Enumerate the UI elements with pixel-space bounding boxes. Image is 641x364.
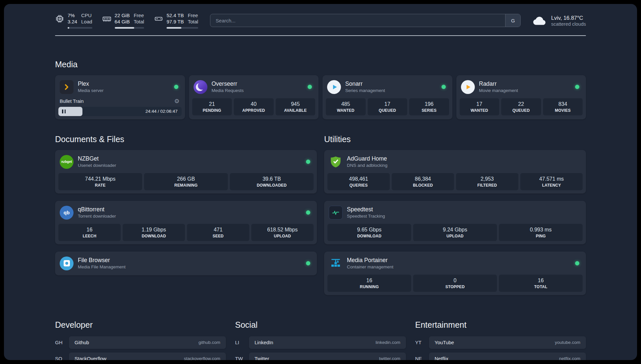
bookmark-link-twitter[interactable]: Twitter twitter.com bbox=[249, 352, 406, 360]
bookmark-url: youtube.com bbox=[555, 340, 580, 345]
bookmark-link-linkedin[interactable]: LinkedIn linkedin.com bbox=[249, 336, 406, 349]
bookmark-group-developer: Developer GH Github github.com SO StackO… bbox=[55, 320, 226, 360]
bookmark-abbr: YT bbox=[415, 340, 429, 345]
memory-free-label: Free bbox=[134, 13, 144, 19]
disk-total-label: Total bbox=[188, 19, 198, 25]
stat-tile: 9.65 Gbps DOWNLOAD bbox=[327, 224, 411, 241]
resource-widgets: 7% 3.24 CPU Load bbox=[55, 13, 198, 29]
service-name: Plex bbox=[78, 80, 104, 88]
stat-label: WANTED bbox=[327, 108, 364, 113]
cpu-label: CPU bbox=[81, 13, 92, 19]
memory-total-value: 64 GiB bbox=[115, 19, 130, 25]
service-card-plex[interactable]: Plex Media server Bullet Train ⚙ 24:44 /… bbox=[55, 75, 185, 119]
stat-tile: 196 SERIES bbox=[409, 98, 449, 115]
bookmark-name: LinkedIn bbox=[255, 340, 273, 345]
service-name: AdGuard Home bbox=[347, 155, 387, 163]
bookmark-link-netflix[interactable]: Netflix netflix.com bbox=[429, 352, 586, 360]
service-card-sonarr[interactable]: Sonarr Series management 485 WANTED 17 Q… bbox=[322, 75, 452, 119]
stat-tile: 22 QUEUED bbox=[501, 98, 541, 115]
gear-icon[interactable]: ⚙ bbox=[174, 98, 179, 104]
disk-progressbar bbox=[167, 27, 198, 29]
bookmark-name: Twitter bbox=[255, 356, 269, 360]
nzbget-icon-text: nzbget bbox=[61, 160, 72, 164]
top-bar: 7% 3.24 CPU Load bbox=[55, 13, 586, 29]
stat-label: QUEUED bbox=[503, 108, 540, 113]
bookmark-url: twitter.com bbox=[379, 356, 400, 360]
stat-value: 471 bbox=[188, 227, 248, 233]
stat-value: 47.571 ms bbox=[522, 176, 581, 182]
stat-label: SERIES bbox=[411, 108, 448, 113]
stat-value: 266 GB bbox=[145, 176, 227, 182]
status-dot bbox=[306, 210, 310, 215]
playback-progressbar[interactable]: 24:44 / 02:06:47 bbox=[58, 107, 182, 116]
bookmark-row: GH Github github.com bbox=[55, 336, 226, 349]
stat-value: 618.52 Mbps bbox=[253, 227, 312, 233]
service-card-qbittorrent[interactable]: qb qBittorrent Torrent downloader 16 LEE… bbox=[55, 201, 317, 244]
stat-tile: 39.6 TB DOWNLOADED bbox=[230, 173, 314, 190]
bookmark-name: Netflix bbox=[435, 356, 448, 360]
service-name: qBittorrent bbox=[78, 206, 116, 213]
bookmark-group-title: Entertainment bbox=[415, 320, 586, 330]
service-card-portainer[interactable]: Media Portainer Container management 16 … bbox=[324, 252, 586, 295]
stat-value: 40 bbox=[235, 101, 272, 107]
bookmark-abbr: TW bbox=[235, 356, 249, 360]
qbittorrent-icon: qb bbox=[60, 206, 74, 220]
stat-value: 17 bbox=[369, 101, 406, 107]
bookmark-link-github[interactable]: Github github.com bbox=[69, 336, 226, 349]
bookmark-row: NF Netflix netflix.com bbox=[415, 352, 586, 360]
section-media: Media Plex Media server Bullet Train ⚙ bbox=[55, 60, 586, 119]
search-input[interactable] bbox=[210, 14, 505, 27]
stat-tile: 471 SEED bbox=[187, 224, 249, 241]
service-card-overseerr[interactable]: Overseerr Media Requests 21 PENDING 40 A… bbox=[189, 75, 319, 119]
overseerr-icon bbox=[194, 80, 207, 94]
service-card-adguard[interactable]: AdGuard Home DNS and adblocking 498,461 … bbox=[324, 150, 586, 194]
service-card-nzbget[interactable]: nzbget NZBGet Usenet downloader 744.21 M… bbox=[55, 150, 317, 194]
disk-total-value: 97.9 TB bbox=[167, 19, 184, 25]
service-card-speedtest[interactable]: Speedtest Speedtest Tracking 9.65 Gbps D… bbox=[324, 201, 586, 244]
stat-value: 17 bbox=[461, 101, 498, 107]
stat-label: REMAINING bbox=[145, 183, 227, 188]
stat-label: RUNNING bbox=[329, 285, 410, 289]
memory-free-value: 22 GiB bbox=[115, 13, 130, 19]
stat-tile: 16 RUNNING bbox=[327, 275, 411, 292]
search-bar[interactable]: G bbox=[210, 14, 521, 27]
pause-icon[interactable] bbox=[62, 109, 66, 113]
stat-label: PENDING bbox=[194, 108, 231, 113]
stat-value: 16 bbox=[500, 278, 581, 284]
service-card-filebrowser[interactable]: File Browser Media File Management bbox=[55, 252, 317, 275]
cpu-percent: 7% bbox=[68, 13, 77, 19]
cpu-icon bbox=[55, 14, 64, 23]
disk-free-value: 52.4 TB bbox=[167, 13, 184, 19]
stat-tile: 266 GB REMAINING bbox=[144, 173, 228, 190]
cpu-progressbar bbox=[68, 27, 92, 29]
stat-label: AVAILABLE bbox=[277, 108, 314, 113]
stat-value: 22 bbox=[503, 101, 540, 107]
service-card-radarr[interactable]: Radarr Movie management 17 WANTED 22 QUE… bbox=[456, 75, 586, 119]
search-provider-button[interactable]: G bbox=[505, 14, 520, 27]
stat-value: 485 bbox=[327, 101, 364, 107]
stat-tile: 21 PENDING bbox=[192, 98, 232, 115]
stat-value: 86,384 bbox=[393, 176, 453, 182]
nzbget-icon: nzbget bbox=[60, 155, 74, 169]
status-dot bbox=[174, 85, 178, 89]
adguard-icon bbox=[329, 155, 343, 169]
bookmark-row: SO StackOverflow stackoverflow.com bbox=[55, 352, 226, 360]
section-utilities: Utilities AdGuard Home DNS and adblockin… bbox=[324, 135, 586, 295]
stat-value: 0.993 ms bbox=[500, 227, 581, 233]
stat-tile: 16 LEECH bbox=[58, 224, 121, 241]
memory-progress-fill bbox=[115, 27, 134, 29]
stat-tile: 9.24 Gbps UPLOAD bbox=[413, 224, 497, 241]
bookmark-link-stackoverflow[interactable]: StackOverflow stackoverflow.com bbox=[69, 352, 226, 360]
stat-tile: 86,384 BLOCKED bbox=[392, 173, 454, 190]
bookmark-group-entertainment: Entertainment YT YouTube youtube.com NF … bbox=[415, 320, 586, 360]
memory-widget: 22 GiB 64 GiB Free Total bbox=[102, 13, 144, 29]
service-description: Container management bbox=[347, 264, 393, 270]
status-dot bbox=[306, 261, 310, 265]
bookmark-abbr: NF bbox=[415, 356, 429, 360]
stat-label: APPROVED bbox=[235, 108, 272, 113]
filebrowser-icon bbox=[60, 257, 74, 270]
service-description: DNS and adblocking bbox=[347, 163, 387, 168]
stat-tile: 834 MOVIES bbox=[543, 98, 583, 115]
bookmark-link-youtube[interactable]: YouTube youtube.com bbox=[429, 336, 586, 349]
stat-tile: 17 WANTED bbox=[460, 98, 500, 115]
